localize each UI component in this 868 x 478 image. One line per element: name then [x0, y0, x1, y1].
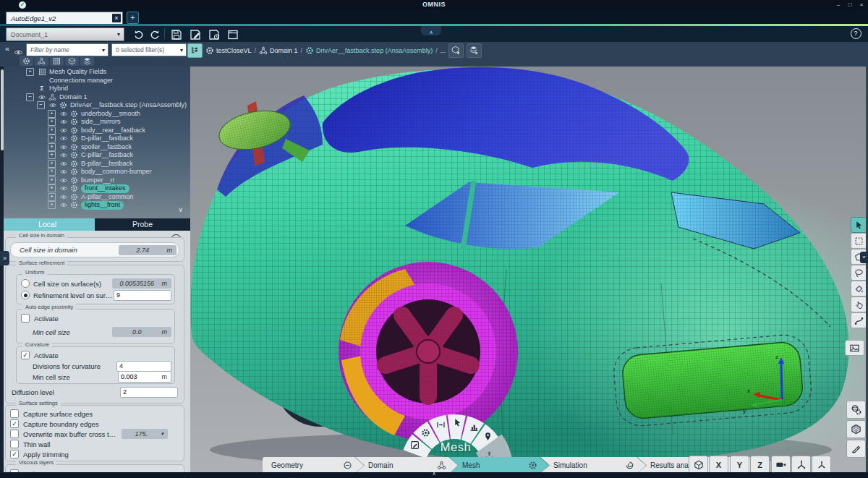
selected-filters-combo[interactable]: 0 selected filter(s) ▾: [111, 43, 187, 56]
breadcrumb-overflow[interactable]: ...: [441, 47, 446, 54]
toolbar-collapse-arrows[interactable]: «: [860, 252, 868, 263]
visibility-eye-icon[interactable]: [59, 201, 69, 210]
pick-part-button[interactable]: [448, 43, 464, 58]
visibility-eye-icon[interactable]: [59, 193, 69, 202]
isometric-view-button[interactable]: [689, 456, 708, 474]
refinement-level-radio[interactable]: [21, 291, 30, 299]
save-all-button[interactable]: [206, 27, 222, 40]
axis-orientation-button[interactable]: [791, 456, 811, 474]
close-button[interactable]: ×: [856, 1, 867, 9]
visibility-eye-icon[interactable]: [37, 93, 47, 102]
thin-wall-checkbox[interactable]: [10, 440, 19, 448]
tree-expand-toggle[interactable]: +: [48, 143, 56, 151]
tree-expand-toggle[interactable]: −: [26, 93, 34, 101]
filter-network-button[interactable]: [35, 56, 48, 66]
visibility-eye-icon[interactable]: [59, 143, 69, 152]
tree-expand-toggle[interactable]: −: [37, 101, 45, 109]
tree-item[interactable]: Σ Hybrid: [0, 85, 190, 93]
minimize-button[interactable]: –: [833, 1, 843, 9]
panel-expand-tab[interactable]: »: [0, 251, 9, 265]
breadcrumb-item-active[interactable]: DrivAer__fastback.step (AnsaAssembly): [305, 46, 433, 55]
curvature-activate-checkbox[interactable]: ✓: [21, 351, 30, 359]
tree-item[interactable]: − Σ Domain 1: [0, 93, 190, 102]
tree-item[interactable]: − Σ DrivAer__fastback.step (AnsaAssembly…: [0, 101, 190, 110]
capture-boundary-edges-checkbox[interactable]: ✓: [10, 419, 19, 428]
workflow-step-mesh[interactable]: Mesh: [449, 457, 549, 474]
tree-expand-toggle[interactable]: +: [26, 68, 34, 76]
add-tab-button[interactable]: +: [127, 12, 139, 24]
tree-item[interactable]: + Σ body__common-bumper: [0, 168, 190, 176]
pick-layer-button[interactable]: [467, 43, 482, 58]
workflow-step-geometry[interactable]: Geometry: [263, 457, 364, 474]
save-as-button[interactable]: [187, 27, 203, 40]
visibility-eye-icon[interactable]: [59, 110, 69, 119]
lasso-select-button[interactable]: [851, 265, 867, 281]
tab-local[interactable]: Local: [0, 218, 95, 231]
tree-expand-toggle[interactable]: +: [48, 168, 56, 176]
tree-item[interactable]: + Σ lights__front: [0, 201, 190, 210]
visibility-eye-icon[interactable]: [59, 151, 69, 160]
filter-layers-button[interactable]: [80, 56, 94, 66]
curve-select-button[interactable]: [851, 312, 867, 328]
tree-expand-toggle[interactable]: +: [48, 135, 56, 142]
tree-expand-toggle[interactable]: +: [48, 201, 56, 209]
tree-expand-toggle[interactable]: +: [48, 176, 56, 184]
visibility-eye-icon[interactable]: [59, 184, 69, 193]
tree-item[interactable]: + Σ Mesh Quality Fields: [0, 68, 190, 77]
tree-expand-toggle[interactable]: +: [48, 184, 56, 192]
tree-item[interactable]: + Σ front__intakes: [0, 184, 190, 193]
view-z-button[interactable]: Z: [750, 456, 770, 474]
tree-expand-toggle[interactable]: +: [48, 118, 56, 126]
tree-item[interactable]: + Σ spoiler__fastback: [0, 143, 190, 152]
auto-edge-activate-checkbox[interactable]: [21, 314, 30, 323]
workflow-step-domain[interactable]: Domain: [355, 457, 458, 474]
capture-surface-edges-checkbox[interactable]: [10, 409, 19, 418]
workflow-step-simulation[interactable]: Simulation: [540, 457, 646, 474]
tree-expand-toggle[interactable]: +: [48, 160, 56, 168]
filter-cube-button[interactable]: [65, 56, 79, 66]
help-button[interactable]: ?: [849, 27, 862, 40]
camera-view-button[interactable]: [771, 456, 791, 474]
tree-scroll-chevron[interactable]: ∨: [178, 206, 183, 213]
filter-by-name-combo[interactable]: Filter by name ▾: [26, 43, 109, 56]
screenshot-button[interactable]: [845, 340, 864, 356]
tree-expand-toggle[interactable]: +: [48, 193, 56, 201]
breadcrumb-item[interactable]: testCloseVL: [205, 46, 252, 55]
document-selector[interactable]: Document_1 ▾: [6, 27, 124, 41]
overwrite-max-buffer-combo[interactable]: 175. ▾: [122, 429, 168, 439]
curvature-min-cell-field[interactable]: m: [118, 371, 171, 383]
tree-scrollbar[interactable]: [0, 67, 4, 473]
flood-select-button[interactable]: [851, 281, 867, 296]
visibility-eye-icon[interactable]: [59, 135, 69, 143]
tree-item[interactable]: + Σ bumper__rr: [0, 176, 190, 185]
curvature-min-cell-input[interactable]: [119, 373, 162, 380]
filter-gear-button[interactable]: [20, 56, 33, 66]
visibility-eye-icon[interactable]: [59, 160, 69, 168]
breadcrumb-item[interactable]: Domain 1: [259, 46, 298, 55]
refinement-level-input[interactable]: [114, 290, 171, 301]
visibility-eye-icon[interactable]: [59, 168, 69, 176]
axis-triad-button[interactable]: [812, 456, 831, 474]
tree-item[interactable]: + Σ B-pillar__fastback: [0, 160, 190, 168]
tree-item[interactable]: + Σ side__mirrors: [0, 118, 190, 127]
view-x-button[interactable]: X: [709, 456, 728, 474]
cell-size-surface-radio[interactable]: [21, 279, 30, 288]
tree-item[interactable]: Σ Connections manager: [0, 77, 190, 85]
visibility-eye-icon[interactable]: [59, 176, 69, 185]
apply-trimming-checkbox[interactable]: ✓: [10, 450, 19, 458]
tree-expand-toggle[interactable]: +: [48, 151, 56, 159]
tree-view-button[interactable]: [187, 43, 203, 58]
cut-plane-button[interactable]: [846, 440, 866, 458]
visibility-eye-icon[interactable]: [48, 101, 58, 110]
pick-select-button[interactable]: [851, 296, 867, 312]
workflow-collapse-chevron[interactable]: ∧: [427, 471, 441, 477]
tab-probe[interactable]: Probe: [95, 218, 190, 231]
filter-mesh-button[interactable]: [50, 56, 64, 66]
tree-item[interactable]: + Σ A-pillar__common: [0, 193, 190, 202]
document-tab[interactable]: AutoEdge1_v2 ×: [6, 12, 123, 25]
mesh-display-button[interactable]: [846, 420, 866, 438]
workspace-button[interactable]: [225, 27, 241, 40]
select-pointer-button[interactable]: [851, 217, 867, 233]
maximize-button[interactable]: □: [845, 1, 855, 9]
tree-item[interactable]: + Σ C-pillar__fastback: [0, 151, 190, 160]
